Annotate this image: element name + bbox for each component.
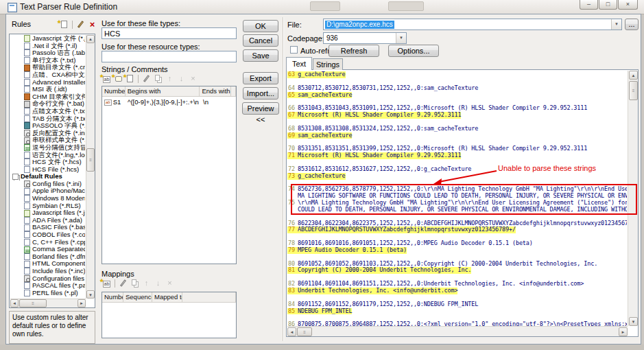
tree-item[interactable]: Passolo 语言 (.tab) (10, 49, 85, 57)
tree-item[interactable]: Apple iPhone/Mac (*.str (10, 187, 85, 195)
cmd-file-icon (24, 101, 30, 108)
tab-text[interactable]: Text (286, 57, 312, 70)
tree-item[interactable]: Configuration files (*.ini (10, 275, 85, 283)
tree-item[interactable]: 语言文件(*.lng,*.loc,* (10, 152, 85, 159)
browse-file-button[interactable]: ... (625, 19, 639, 30)
copy-icon (130, 279, 140, 288)
auto-refresh-checkbox[interactable] (290, 46, 298, 54)
tree-item[interactable]: Advanced Installer (.ail) (10, 79, 85, 86)
cancel-button[interactable]: Cancel (243, 34, 278, 47)
ok-button[interactable]: OK (243, 20, 278, 32)
tree-item[interactable]: ADA Files (*.ada) (10, 217, 85, 224)
tree-scrollbar-thumb-h[interactable]: ≡ (19, 299, 47, 307)
tree-item[interactable]: MSI 表 (.idt) (10, 86, 85, 93)
tree-item[interactable]: Windows 8 Modern UI (10, 195, 85, 202)
tree-item[interactable]: Config files (*.ini) (10, 180, 85, 188)
pane-vertical-scrollbar[interactable]: ▲ ≡ ▼ (628, 71, 638, 326)
doc-file-icon (24, 57, 30, 64)
scroll-right-icon[interactable]: ► (619, 327, 628, 336)
pane-horizontal-scrollbar[interactable]: ◄ ≡ ► (287, 326, 628, 336)
resource-types-input[interactable] (102, 51, 237, 62)
maximize-icon[interactable]: □ (599, 0, 617, 10)
tree-item[interactable]: HCS 文件 (*.hcs) (10, 159, 85, 166)
tree-item[interactable]: PASSOLO 字典 (*.glo) (10, 122, 85, 130)
options-button[interactable]: Options... (388, 45, 439, 57)
tab-strings[interactable]: Strings (313, 58, 343, 70)
save-button[interactable]: Save (243, 49, 278, 62)
scroll-left-icon[interactable]: ◄ (287, 327, 296, 336)
chevron-down-icon[interactable]: ▼ (611, 19, 621, 30)
copy-icon (153, 74, 163, 84)
scroll-left-icon[interactable]: ◄ (10, 299, 19, 307)
tree-item-default-rules[interactable]: Default Rules (10, 173, 85, 180)
tree-item[interactable]: Symbian (*.RLS) (10, 202, 85, 210)
new-mapping-icon[interactable]: ab★ (102, 279, 112, 288)
pane-scrollbar-thumb[interactable]: ≡ (629, 81, 638, 100)
tree-item[interactable]: TAB 分隔文本 (*.txt) (10, 115, 85, 123)
code-line: 69sam_cacheTexture (287, 132, 627, 139)
new-string-icon[interactable]: ab★ (102, 74, 112, 84)
edit-rule-icon[interactable] (75, 20, 86, 30)
export-button[interactable]: Export (243, 72, 278, 84)
strings-table[interactable]: Number Begins with Ends with abS1 ^([0-9… (102, 86, 237, 264)
delete-icon: × (188, 74, 198, 84)
codepage-combobox[interactable]: 936 ▼ (323, 32, 407, 44)
chevron-down-icon[interactable]: ▼ (396, 33, 406, 43)
tree-item[interactable]: HCS File (*.hcs) (10, 166, 85, 174)
delete-rule-icon[interactable]: × (87, 20, 97, 30)
tree-item[interactable]: 命令行文件 (*.bat) (10, 100, 85, 108)
tree-item-label: 单行文本 (*.txt) (32, 57, 75, 65)
minimize-icon[interactable]: – (580, 0, 598, 10)
new-comment-icon[interactable]: ★ (113, 74, 123, 84)
tree-item[interactable]: COBOL Files (*.cob) (10, 231, 85, 239)
tree-item[interactable]: 帮助目录文件 (*.cnt) (10, 64, 85, 71)
new-block-icon[interactable]: ★ (125, 74, 135, 84)
column-header[interactable]: Number (102, 86, 126, 96)
scroll-up-icon[interactable]: ▲ (86, 35, 95, 43)
tree-item[interactable]: Javascript files (*.js) (10, 209, 85, 217)
tree-item[interactable]: CHM 目录索引文件 (.h (10, 93, 85, 101)
tree-item[interactable]: C, C++ Files (*.cpp, *.l (10, 239, 85, 246)
preview-button[interactable]: Preview << (242, 102, 279, 115)
tree-scrollbar-thumb[interactable]: ≡ (86, 148, 95, 172)
import-button[interactable]: Import... (243, 87, 278, 100)
close-icon[interactable]: × (618, 0, 638, 10)
tree-vertical-scrollbar[interactable]: ▲ ≡ ▼ (86, 35, 95, 299)
tree-item-label: 点睛文本文件 (*.txt) (32, 108, 85, 115)
tree-item[interactable]: HTML Component files ( (10, 260, 85, 268)
scroll-right-icon[interactable]: ► (77, 299, 86, 307)
scroll-up-icon[interactable]: ▲ (629, 71, 638, 80)
scroll-down-icon[interactable]: ▼ (629, 317, 638, 326)
tree-item[interactable]: PERL files (*.pl) (10, 290, 85, 297)
tree-item[interactable]: BASIC Files (*.bas) (10, 224, 85, 231)
tree-item[interactable]: 串联样式单文件 (*.css (10, 137, 85, 144)
tree-horizontal-scrollbar[interactable]: ◄ ≡ ► (10, 299, 86, 307)
file-types-input[interactable] (102, 27, 237, 39)
file-combobox[interactable]: D:\gma2onpc.exe.hcs ▼ (323, 19, 622, 30)
column-header[interactable]: Ends with (200, 86, 231, 96)
column-header[interactable]: Mapped to (152, 292, 182, 302)
tree-item[interactable]: 单行文本 (*.txt) (10, 57, 85, 65)
column-header[interactable]: Begins with (126, 86, 200, 96)
tree-item[interactable]: 反向配置文件 (*.ini;*. (10, 130, 85, 137)
tree-item[interactable]: 逗号分隔值(支持冒号) (10, 144, 85, 152)
tree-item[interactable]: 点睛文本文件 (*.txt) (10, 108, 85, 115)
column-header[interactable]: Sequence (123, 292, 152, 302)
refresh-button[interactable]: Refresh (329, 45, 379, 57)
new-rule-icon[interactable]: ★ (59, 20, 69, 30)
text-preview-pane[interactable]: 63g_cacheTexture648530712,8530712,853073… (286, 69, 639, 337)
tree-item[interactable]: 点睛、CXA和中文工具 (10, 71, 85, 79)
tree-item[interactable]: Javascript 文件 (*.js) (10, 35, 85, 43)
annotation-text: Unable to parse these strings (498, 164, 596, 172)
tree-item[interactable]: .Net il 文件 (*.il) (10, 43, 85, 50)
tree-item[interactable]: Include files (*.inc) (10, 268, 85, 275)
tree-item[interactable]: Comma Separated Valu (10, 246, 85, 253)
tree-item[interactable]: Borland files (*.dfm) (10, 253, 85, 261)
column-header[interactable]: Number (102, 292, 123, 302)
table-row[interactable]: abS1 ^([0-9]+,){3,}[0-9,|-]+:.+\n \n (102, 97, 236, 106)
doc-file-icon (24, 239, 30, 246)
tree-item[interactable]: PASCAL files (*.pas) (10, 282, 85, 290)
mappings-table[interactable]: Number Sequence Mapped to (102, 292, 237, 338)
pane-scrollbar-thumb-h[interactable]: ≡ (297, 327, 312, 336)
scroll-down-icon[interactable]: ▼ (86, 290, 95, 299)
